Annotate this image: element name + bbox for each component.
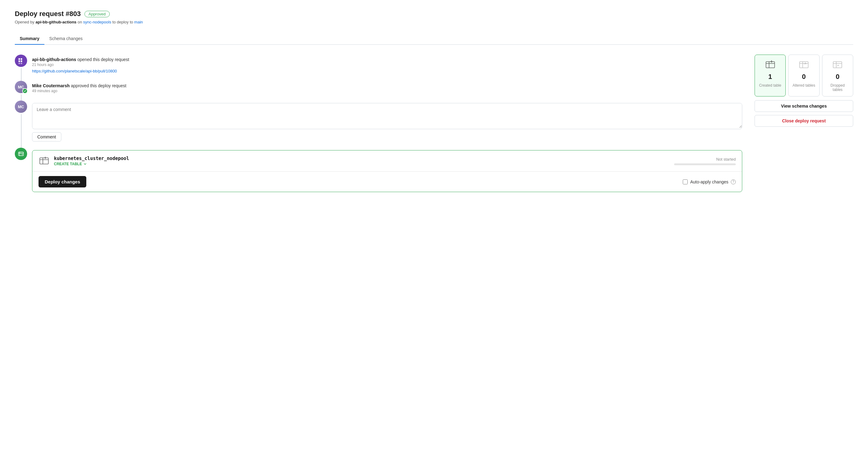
- created-count: 1: [769, 73, 772, 81]
- stat-card-altered[interactable]: 0 Altered tables: [788, 55, 819, 96]
- event2-action: approved this deploy request: [71, 83, 126, 88]
- header-top: Deploy request #803 Approved: [15, 10, 853, 18]
- comment-box-container: Comment: [32, 100, 742, 142]
- deploy-card-body: kubernetes_cluster_nodepool CREATE TABLE…: [32, 150, 742, 171]
- avatar-image-api: [15, 55, 27, 67]
- subtitle-middle: on: [78, 20, 82, 24]
- tabs: Summary Schema changes: [15, 33, 853, 45]
- deploy-card-info: kubernetes_cluster_nodepool CREATE TABLE: [54, 156, 670, 166]
- close-deploy-button[interactable]: Close deploy request: [754, 115, 853, 127]
- dropped-table-icon: [832, 59, 843, 70]
- timeline-item-approved: MC Mike Coutermarsh approved this deploy…: [15, 81, 742, 100]
- svg-rect-2: [19, 60, 20, 62]
- table-name: kubernetes_cluster_nodepool: [54, 156, 670, 161]
- target-link[interactable]: main: [134, 20, 143, 24]
- comment-textarea[interactable]: [32, 103, 742, 128]
- auto-apply-group: Auto-apply changes ?: [683, 179, 736, 184]
- create-table-icon: [38, 155, 50, 167]
- stat-card-dropped[interactable]: 0 Dropped tables: [822, 55, 853, 96]
- svg-rect-12: [766, 62, 775, 68]
- tab-schema-changes[interactable]: Schema changes: [44, 33, 88, 45]
- timeline-content-approved: Mike Coutermarsh approved this deploy re…: [32, 81, 742, 93]
- approved-badge-icon: [22, 88, 28, 94]
- left-column: api-bb-github-actions opened this deploy…: [15, 55, 742, 192]
- svg-rect-6: [19, 152, 24, 156]
- timeline-item-opened: api-bb-github-actions opened this deploy…: [15, 55, 742, 81]
- dropped-count: 0: [836, 73, 839, 81]
- auto-apply-checkbox[interactable]: [683, 179, 688, 184]
- deploy-card-wrapper: kubernetes_cluster_nodepool CREATE TABLE…: [32, 148, 742, 192]
- approved-badge: Approved: [85, 11, 110, 17]
- event1-actor: api-bb-github-actions: [32, 57, 76, 62]
- svg-rect-3: [21, 60, 22, 62]
- page-header: Deploy request #803 Approved Opened by a…: [15, 10, 853, 24]
- altered-count: 0: [802, 73, 806, 81]
- schema-stats: 1 Created table 0 Altered tables: [754, 55, 853, 96]
- deploy-changes-button[interactable]: Deploy changes: [38, 176, 86, 187]
- created-label: Created table: [759, 83, 781, 88]
- subtitle-to: to deploy to: [113, 20, 133, 24]
- event1-text: api-bb-github-actions opened this deploy…: [32, 57, 742, 62]
- timeline: api-bb-github-actions opened this deploy…: [15, 55, 742, 192]
- altered-table-icon: [798, 59, 809, 70]
- subtitle-prefix: Opened by: [15, 20, 34, 24]
- avatar-mike: MC: [15, 81, 27, 93]
- status-text: Not started: [716, 157, 736, 161]
- right-column: 1 Created table 0 Altered tables: [754, 55, 853, 127]
- chevron-down-icon: [83, 162, 87, 166]
- actor-name: api-bb-github-actions: [35, 20, 76, 24]
- comment-box: [32, 103, 742, 129]
- event2-time: 49 minutes ago: [32, 89, 742, 93]
- event1-link[interactable]: https://github.com/planetscale/api-bb/pu…: [32, 69, 742, 73]
- branch-link[interactable]: sync-nodepools: [83, 20, 111, 24]
- view-schema-button[interactable]: View schema changes: [754, 100, 853, 112]
- avatar-commenter: MC: [15, 100, 27, 113]
- avatar-api-bb: [15, 55, 27, 67]
- timeline-item-comment: MC Comment: [15, 100, 742, 148]
- svg-rect-4: [19, 63, 20, 64]
- page-subtitle: Opened by api-bb-github-actions on sync-…: [15, 20, 853, 24]
- svg-rect-18: [833, 62, 842, 68]
- svg-rect-0: [19, 58, 20, 60]
- svg-rect-1: [21, 58, 22, 60]
- stat-card-created[interactable]: 1 Created table: [754, 55, 786, 96]
- altered-label: Altered tables: [793, 83, 815, 88]
- create-table-tag: CREATE TABLE: [54, 162, 87, 166]
- svg-rect-5: [21, 63, 22, 64]
- main-layout: api-bb-github-actions opened this deploy…: [15, 55, 853, 192]
- timeline-item-deploy: kubernetes_cluster_nodepool CREATE TABLE…: [15, 148, 742, 192]
- event2-actor: Mike Coutermarsh: [32, 83, 70, 88]
- event1-time: 21 hours ago: [32, 63, 742, 67]
- event2-text: Mike Coutermarsh approved this deploy re…: [32, 83, 742, 88]
- progress-bar: [674, 163, 736, 165]
- tab-summary[interactable]: Summary: [15, 33, 44, 45]
- page-title: Deploy request #803: [15, 10, 81, 18]
- help-icon[interactable]: ?: [731, 179, 736, 184]
- deploy-icon: [15, 148, 27, 160]
- comment-button[interactable]: Comment: [32, 132, 61, 142]
- created-table-icon: [765, 59, 776, 70]
- event1-action: opened this deploy request: [78, 57, 129, 62]
- avatar-image-commenter: MC: [15, 100, 27, 113]
- deploy-card-footer: Deploy changes Auto-apply changes ?: [32, 171, 742, 192]
- svg-rect-15: [800, 62, 808, 68]
- auto-apply-label: Auto-apply changes: [690, 179, 728, 184]
- tag-text: CREATE TABLE: [54, 162, 82, 166]
- timeline-content-opened: api-bb-github-actions opened this deploy…: [32, 55, 742, 73]
- svg-rect-9: [40, 158, 49, 164]
- dropped-label: Dropped tables: [826, 83, 850, 92]
- deploy-card: kubernetes_cluster_nodepool CREATE TABLE…: [32, 150, 742, 192]
- deploy-card-status: Not started: [674, 157, 736, 165]
